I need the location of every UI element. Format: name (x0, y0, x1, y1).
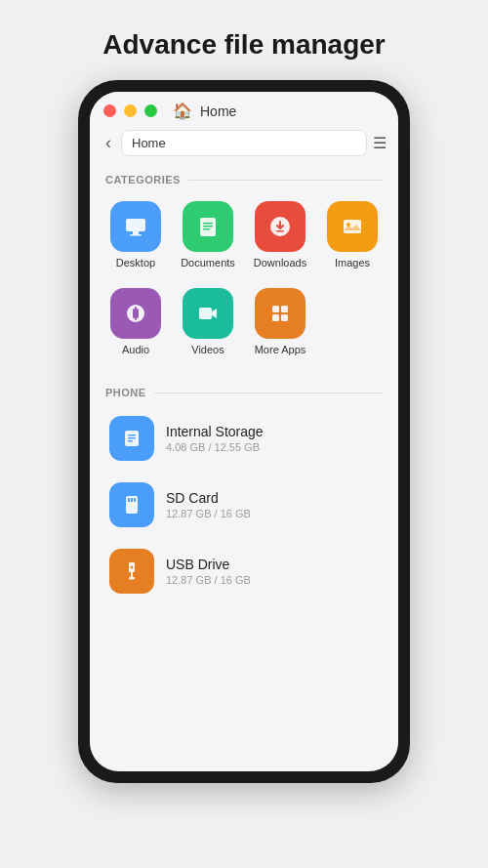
usb-icon (109, 549, 154, 594)
category-item-videos[interactable]: Videos (174, 280, 242, 363)
phone-frame: 🏠 Home ‹ ☰ CATEGORIES (78, 80, 410, 783)
sdcard-icon (109, 482, 154, 527)
svg-rect-8 (276, 230, 284, 232)
storage-list: Internal Storage 4.08 GB / 12.55 GB (90, 406, 398, 603)
address-input[interactable] (121, 130, 367, 156)
svg-rect-12 (199, 308, 212, 319)
downloads-label: Downloads (254, 257, 306, 269)
svg-rect-2 (130, 234, 142, 236)
phone-screen: 🏠 Home ‹ ☰ CATEGORIES (90, 92, 398, 771)
sdcard-info: SD Card 12.87 GB / 16 GB (166, 490, 379, 519)
svg-rect-27 (129, 577, 135, 580)
title-bar: 🏠 Home (90, 92, 398, 126)
category-item-desktop[interactable]: Desktop (102, 193, 170, 276)
svg-rect-15 (272, 314, 279, 321)
categories-divider (188, 180, 383, 181)
more-apps-label: More Apps (255, 344, 306, 355)
videos-label: Videos (191, 344, 224, 355)
category-item-downloads[interactable]: Downloads (246, 193, 314, 276)
downloads-icon (255, 201, 305, 252)
internal-storage-icon (109, 416, 154, 461)
back-button[interactable]: ‹ (102, 131, 115, 155)
maximize-button[interactable] (144, 104, 157, 117)
storage-item-usb[interactable]: USB Drive 12.87 GB / 16 GB (102, 539, 386, 603)
close-button[interactable] (103, 104, 116, 117)
videos-icon (183, 288, 233, 339)
usb-info: USB Drive 12.87 GB / 16 GB (166, 557, 379, 586)
internal-storage-info: Internal Storage 4.08 GB / 12.55 GB (166, 424, 379, 453)
categories-label: CATEGORIES (105, 174, 181, 186)
category-item-more-apps[interactable]: More Apps (246, 280, 314, 363)
svg-rect-14 (281, 306, 288, 312)
category-item-audio[interactable]: Audio (102, 280, 170, 363)
svg-rect-18 (128, 434, 136, 436)
usb-size: 12.87 GB / 16 GB (166, 574, 379, 586)
desktop-label: Desktop (116, 257, 155, 269)
list-view-button[interactable]: ☰ (373, 134, 386, 152)
minimize-button[interactable] (124, 104, 137, 117)
svg-rect-5 (203, 226, 213, 227)
storage-item-internal[interactable]: Internal Storage 4.08 GB / 12.55 GB (102, 406, 386, 471)
scroll-content: CATEGORIES Desktop (90, 162, 398, 771)
svg-rect-24 (134, 498, 136, 502)
audio-label: Audio (122, 344, 149, 355)
category-item-images[interactable]: Images (318, 193, 386, 276)
internal-storage-size: 4.08 GB / 12.55 GB (166, 441, 379, 453)
svg-rect-23 (131, 498, 133, 502)
home-icon: 🏠 (173, 102, 192, 120)
svg-rect-0 (126, 219, 145, 231)
phone-label: PHONE (105, 387, 146, 398)
svg-rect-4 (203, 223, 213, 225)
internal-storage-name: Internal Storage (166, 424, 379, 439)
svg-rect-1 (133, 231, 139, 234)
svg-rect-22 (128, 498, 130, 502)
audio-icon (110, 288, 161, 339)
svg-rect-19 (128, 437, 136, 439)
desktop-icon (110, 201, 161, 252)
category-item-documents[interactable]: Documents (174, 193, 242, 276)
images-icon (327, 201, 378, 252)
documents-label: Documents (181, 257, 235, 269)
more-apps-icon (255, 288, 305, 339)
images-label: Images (335, 257, 370, 269)
documents-icon (183, 201, 233, 252)
categories-section-header: CATEGORIES (90, 162, 398, 193)
phone-section-header: PHONE (90, 375, 398, 406)
page-title: Advance file manager (102, 29, 385, 61)
phone-divider (154, 393, 383, 393)
svg-point-28 (131, 566, 134, 569)
sdcard-name: SD Card (166, 490, 379, 506)
svg-rect-9 (344, 220, 361, 233)
sdcard-size: 12.87 GB / 16 GB (166, 508, 379, 519)
address-bar-row: ‹ ☰ (90, 126, 398, 162)
category-grid: Desktop Documents (90, 193, 398, 375)
svg-rect-13 (272, 306, 279, 312)
window-title: Home (200, 103, 236, 119)
svg-rect-20 (128, 440, 133, 442)
storage-item-sdcard[interactable]: SD Card 12.87 GB / 16 GB (102, 473, 386, 537)
svg-rect-16 (281, 314, 288, 321)
usb-name: USB Drive (166, 557, 379, 572)
svg-rect-6 (203, 228, 210, 230)
